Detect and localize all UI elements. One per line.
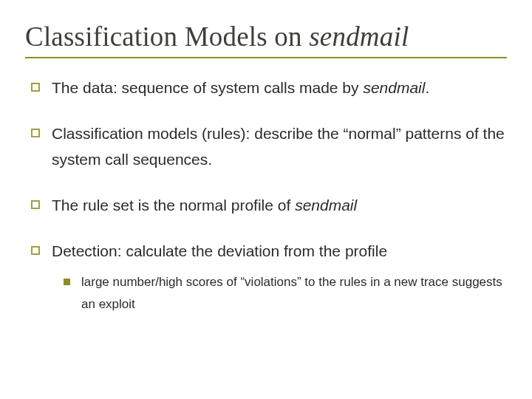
text-run: The rule set is the normal profile of bbox=[52, 197, 295, 214]
text-run: The data: sequence of system calls made … bbox=[52, 79, 363, 96]
sub-list: large number/high scores of “violations”… bbox=[52, 271, 507, 316]
bullet-list: The data: sequence of system calls made … bbox=[25, 75, 507, 316]
title-underline bbox=[25, 57, 507, 58]
bullet-item: Detection: calculate the deviation from … bbox=[25, 238, 507, 316]
text-run: Detection: calculate the deviation from … bbox=[52, 242, 387, 259]
text-italic: sendmail bbox=[363, 79, 425, 96]
title-italic: sendmail bbox=[309, 21, 409, 52]
bullet-item: Classification models (rules): describe … bbox=[25, 120, 507, 173]
slide: Classification Models on sendmail The da… bbox=[0, 0, 532, 399]
bullet-item: The data: sequence of system calls made … bbox=[25, 75, 507, 101]
bullet-item: The rule set is the normal profile of se… bbox=[25, 192, 507, 219]
text-italic: sendmail bbox=[295, 197, 357, 214]
slide-title: Classification Models on sendmail bbox=[25, 21, 507, 52]
title-prefix: Classification Models on bbox=[25, 21, 309, 52]
text-run: Classification models (rules): describe … bbox=[52, 125, 505, 168]
sub-item: large number/high scores of “violations”… bbox=[52, 271, 507, 316]
text-run: . bbox=[425, 79, 429, 96]
text-run: large number/high scores of “violations”… bbox=[81, 275, 502, 311]
